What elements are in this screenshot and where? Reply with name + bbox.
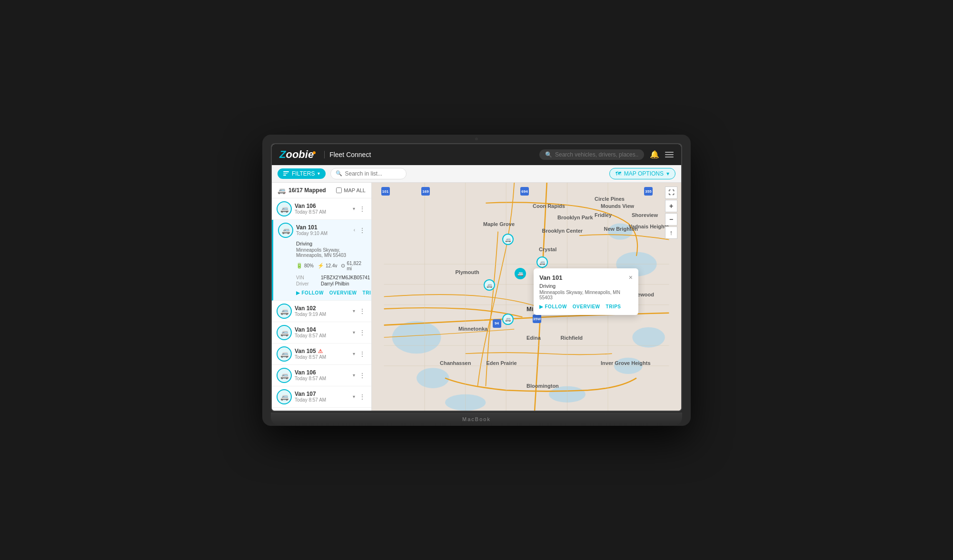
- toolbar: FILTERS ▾ 🔍 🗺 MAP OPTIONS ▾: [272, 165, 681, 183]
- vehicle-actions-van104: ▾ ⋮: [352, 328, 367, 337]
- map-all-input[interactable]: [336, 187, 342, 193]
- list-search-input[interactable]: [345, 170, 401, 177]
- vehicle-item-van106-top[interactable]: 🚐 Van 106 Today 8:57 AM ▾ ⋮: [272, 198, 371, 220]
- map-options-label: MAP OPTIONS: [624, 170, 664, 177]
- voltage-icon: ⚡: [318, 263, 324, 269]
- vehicle-actions-van106: ▾ ⋮: [352, 205, 367, 213]
- vehicle-meta-van101: VIN 1FBZX2YM6JKB05741 Driver Darryl Phil…: [296, 275, 367, 286]
- vehicle-menu-van104[interactable]: ⋮: [358, 328, 367, 337]
- popup-trips-button[interactable]: TRIPS: [606, 304, 621, 309]
- logo-z: Z: [279, 148, 286, 161]
- vehicle-actions-van102: ▾ ⋮: [352, 307, 367, 315]
- vehicle-item-van104[interactable]: 🚐 Van 104 Today 8:57 AM ▾ ⋮: [272, 322, 371, 344]
- voltage-stat: ⚡ 12.4v: [318, 263, 337, 269]
- vehicle-info-van101: Van 101 Today 9:10 AM: [296, 224, 350, 236]
- vehicle-name-van101: Van 101: [296, 224, 350, 231]
- vehicle-actions-van101: ‹ ⋮: [353, 226, 367, 235]
- logo-obie: oobie: [286, 148, 314, 161]
- vehicle-actions-van107: ▾ ⋮: [352, 393, 367, 401]
- list-search-box[interactable]: 🔍: [330, 168, 407, 179]
- svg-point-5: [632, 327, 665, 347]
- trips-button-van101[interactable]: TRIPS: [363, 290, 372, 295]
- vehicle-actions-van105: ▾ ⋮: [352, 350, 367, 358]
- vehicle-actions-van106b: ▾ ⋮: [352, 371, 367, 380]
- popup-close-button[interactable]: ×: [629, 274, 633, 281]
- vehicle-item-van201[interactable]: 🚐 Van 201 ⚠ Today 8:57 AM ▾ ⋮: [272, 408, 371, 411]
- notification-bell-icon[interactable]: 🔔: [650, 150, 659, 159]
- popup-header: Van 101 ×: [539, 274, 633, 281]
- vehicle-row-van101: 🚐 Van 101 Today 9:10 AM ‹ ⋮: [278, 223, 367, 238]
- map-marker-van101[interactable]: 🚐: [515, 268, 526, 279]
- vehicle-list: 🚐 16/17 Mapped MAP ALL 🚐 Van 106: [272, 183, 372, 411]
- mapped-count: 16/17 Mapped: [288, 187, 333, 194]
- follow-button-van101[interactable]: ▶ FOLLOW: [296, 290, 324, 295]
- overview-button-van101[interactable]: OVERVIEW: [329, 290, 357, 295]
- map-all-checkbox[interactable]: MAP ALL: [336, 187, 366, 193]
- vehicle-menu-van107[interactable]: ⋮: [358, 393, 367, 401]
- vehicle-item-van107[interactable]: 🚐 Van 107 Today 8:57 AM ▾ ⋮: [272, 386, 371, 408]
- svg-point-2: [392, 321, 441, 353]
- vehicle-avatar-van107: 🚐: [277, 389, 292, 404]
- vehicle-info-van102: Van 102 Today 9:19 AM: [295, 305, 349, 317]
- vehicle-name-van102: Van 102: [295, 305, 349, 312]
- vehicle-menu-van101[interactable]: ⋮: [358, 226, 367, 235]
- laptop-shell: Z oobie Fleet Connect 🔍 🔔: [262, 135, 691, 426]
- map-marker-van104[interactable]: 🚐: [502, 234, 514, 245]
- header-search-input[interactable]: [555, 151, 638, 158]
- map-all-label: MAP ALL: [344, 187, 366, 193]
- vehicle-time-van105: Today 8:57 AM: [295, 354, 349, 360]
- vehicle-status-van101: Driving: [296, 241, 367, 246]
- vehicle-expand-van106b[interactable]: ▾: [352, 372, 356, 379]
- map-marker-van105[interactable]: 🚐: [484, 279, 495, 291]
- popup-follow-button[interactable]: ▶ FOLLOW: [539, 304, 567, 309]
- map-area[interactable]: Circle Pines Coon Rapids Brooklyn Park M…: [372, 183, 681, 411]
- vehicle-avatar-van106: 🚐: [277, 201, 292, 216]
- vehicle-expand-van104[interactable]: ▾: [352, 329, 356, 336]
- app-container: Z oobie Fleet Connect 🔍 🔔: [272, 144, 681, 411]
- filter-icon: [283, 171, 289, 176]
- voltage-value: 12.4v: [326, 263, 337, 268]
- vehicle-time-van107: Today 8:57 AM: [295, 397, 349, 403]
- vehicle-expand-van106[interactable]: ▾: [352, 205, 356, 212]
- logo: Z oobie: [279, 148, 316, 161]
- vehicle-menu-van106b[interactable]: ⋮: [358, 371, 367, 380]
- map-marker-van102[interactable]: 🚐: [536, 256, 548, 268]
- vehicle-menu-van105[interactable]: ⋮: [358, 350, 367, 358]
- map-zoom-out-button[interactable]: −: [665, 213, 677, 226]
- mileage-icon: ⊙: [341, 263, 345, 269]
- vin-value: 1FBZX2YM6JKB05741: [321, 275, 370, 280]
- header-search-box[interactable]: 🔍: [539, 149, 644, 160]
- vehicle-item-van106[interactable]: 🚐 Van 106 Today 8:57 AM ▾ ⋮: [272, 365, 371, 386]
- vehicle-time-van102: Today 9:19 AM: [295, 312, 349, 317]
- vehicle-item-van102[interactable]: 🚐 Van 102 Today 9:19 AM ▾ ⋮: [272, 301, 371, 322]
- popup-overview-button[interactable]: OVERVIEW: [573, 304, 600, 309]
- vehicle-item-van105[interactable]: 🚐 Van 105 ⚠ Today 8:57 AM ▾ ⋮: [272, 344, 371, 365]
- filters-button[interactable]: FILTERS ▾: [278, 168, 326, 179]
- follow-icon: ▶: [296, 290, 300, 295]
- map-popup-van101: Van 101 × Driving Minneapolis Skyway, Mi…: [534, 268, 638, 315]
- filters-label: FILTERS: [292, 170, 315, 177]
- vehicle-expand-van102[interactable]: ▾: [352, 307, 356, 314]
- map-north-button[interactable]: ↑: [665, 226, 677, 239]
- map-zoom-in-button[interactable]: +: [665, 200, 677, 212]
- vehicle-menu-van106[interactable]: ⋮: [358, 205, 367, 213]
- logo-dot: [313, 151, 316, 154]
- laptop-brand: MacBook: [462, 416, 491, 422]
- vehicle-menu-van102[interactable]: ⋮: [358, 307, 367, 315]
- map-fullscreen-button[interactable]: ⛶: [665, 187, 677, 199]
- laptop-screen: Z oobie Fleet Connect 🔍 🔔: [271, 143, 682, 412]
- driver-value: Darryl Philbin: [321, 281, 370, 286]
- map-marker-van107[interactable]: 🚐: [502, 314, 514, 325]
- vehicle-collapse-van101[interactable]: ‹: [353, 226, 356, 234]
- vehicle-expand-van107[interactable]: ▾: [352, 393, 356, 400]
- vehicle-expand-van105[interactable]: ▾: [352, 350, 356, 357]
- vehicle-item-van101[interactable]: 🚐 Van 101 Today 9:10 AM ‹ ⋮ Driving: [272, 220, 371, 301]
- popup-follow-icon: ▶: [539, 304, 544, 309]
- vehicle-row: 🚐 Van 106 Today 8:57 AM ▾ ⋮: [277, 201, 367, 216]
- toolbar-left: FILTERS ▾ 🔍: [278, 168, 407, 179]
- vehicle-info-van105: Van 105 ⚠ Today 8:57 AM: [295, 348, 349, 360]
- hamburger-menu-icon[interactable]: [665, 152, 674, 157]
- map-options-button[interactable]: 🗺 MAP OPTIONS ▾: [609, 168, 675, 179]
- map-options-icon: 🗺: [615, 170, 621, 177]
- svg-point-1: [608, 223, 632, 239]
